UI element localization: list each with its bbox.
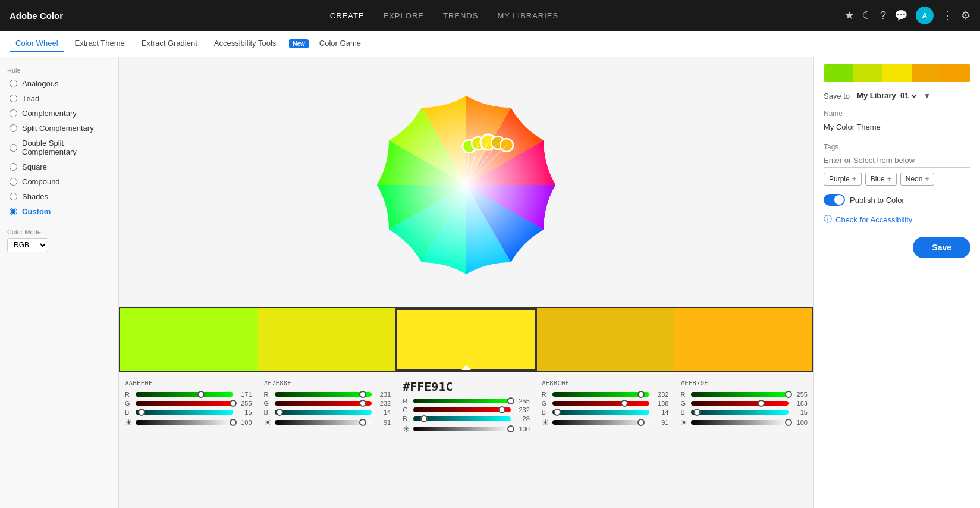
- star-icon[interactable]: ★: [844, 9, 854, 22]
- toggle-knob: [834, 195, 844, 205]
- rule-shades-label: Shades: [22, 192, 48, 201]
- color-mode-label: Color Mode: [7, 228, 111, 236]
- color-wheel[interactable]: [365, 84, 567, 286]
- theme-preview-4: [912, 64, 941, 82]
- hex-2: #E7E80E: [264, 380, 391, 387]
- rule-analogous[interactable]: Analogous: [7, 76, 111, 91]
- nav-explore[interactable]: EXPLORE: [384, 11, 424, 20]
- subnav-color-game[interactable]: Color Game: [313, 35, 367, 52]
- rule-complementary-radio[interactable]: [10, 109, 17, 117]
- help-icon[interactable]: ?: [880, 10, 886, 22]
- rule-compound[interactable]: Compound: [7, 174, 111, 189]
- subnav-extract-theme[interactable]: Extract Theme: [69, 35, 131, 52]
- apps-icon[interactable]: ⋮: [942, 9, 953, 22]
- slider-bright-2: ☀ 91: [264, 418, 391, 427]
- hex-1: #ABFF0F: [125, 380, 252, 387]
- sub-nav: Color Wheel Extract Theme Extract Gradie…: [0, 31, 980, 57]
- wheel-area: [119, 57, 813, 307]
- rule-compound-radio[interactable]: [10, 178, 17, 186]
- rule-custom-label: Custom: [22, 207, 51, 216]
- rule-triad-radio[interactable]: [10, 95, 17, 102]
- rule-complementary[interactable]: Complementary: [7, 106, 111, 121]
- theme-preview-1: [824, 64, 853, 82]
- swatch-3-selected[interactable]: [395, 308, 537, 371]
- rule-double-label: Double Split Complementary: [22, 139, 109, 156]
- rule-square-radio[interactable]: [10, 163, 17, 171]
- nav-trends[interactable]: TRENDS: [443, 11, 478, 20]
- color-mode-select[interactable]: RGB HSB CMYK Lab Hex: [7, 238, 48, 252]
- subnav-extract-gradient[interactable]: Extract Gradient: [136, 35, 203, 52]
- publish-toggle[interactable]: [824, 194, 845, 206]
- slider-g-4: G 188: [542, 400, 669, 407]
- slider-g-2: G 232: [264, 400, 391, 407]
- save-to-select[interactable]: My Library_01: [855, 90, 919, 101]
- rule-custom-radio[interactable]: [10, 208, 17, 215]
- tag-blue[interactable]: Blue +: [865, 173, 897, 186]
- nav-icons: ★ ☾ ? 💬 A ⋮ ⚙: [844, 7, 970, 24]
- slider-r-2: R 231: [264, 391, 391, 398]
- slider-b-4: B 14: [542, 409, 669, 416]
- tags-input[interactable]: [824, 153, 970, 168]
- tag-neon[interactable]: Neon +: [900, 173, 935, 186]
- theme-preview-bar: [824, 64, 970, 82]
- rule-analogous-label: Analogous: [22, 79, 58, 88]
- theme-preview-2: [853, 64, 882, 82]
- sliders-section: #ABFF0F R 171 G 255 B: [119, 372, 813, 508]
- color-wheel-container[interactable]: [365, 84, 567, 286]
- moon-icon[interactable]: ☾: [862, 9, 872, 22]
- tag-neon-plus[interactable]: +: [925, 175, 929, 183]
- swatch-4[interactable]: [537, 308, 675, 371]
- rule-triad[interactable]: Triad: [7, 91, 111, 106]
- slider-g-1: G 255: [125, 400, 252, 407]
- rule-custom[interactable]: Custom: [7, 204, 111, 219]
- swatch-5[interactable]: [674, 308, 812, 371]
- hex-5: #FFB70F: [680, 380, 808, 387]
- rule-shades-radio[interactable]: [10, 193, 17, 200]
- publish-label: Publish to Color: [850, 196, 904, 205]
- nav-links: CREATE EXPLORE TRENDS MY LIBRARIES: [330, 11, 558, 20]
- rule-split-label: Split Complementary: [22, 124, 94, 133]
- right-panel: Save to My Library_01 ▼ Name Tags Purple…: [813, 57, 980, 508]
- chevron-down-icon: ▼: [924, 92, 931, 100]
- avatar[interactable]: A: [916, 7, 934, 24]
- slider-b-5: B 15: [680, 409, 808, 416]
- publish-row: Publish to Color: [824, 194, 970, 206]
- save-to-label: Save to: [824, 92, 850, 101]
- tag-purple-plus[interactable]: +: [852, 175, 856, 183]
- harmony-rule-list: Analogous Triad Complementary Split Comp…: [7, 76, 111, 219]
- swatch-1[interactable]: [120, 308, 258, 371]
- new-badge: New: [289, 39, 309, 48]
- slider-col-3: #FFE91C R 255 G 232 B: [397, 377, 536, 503]
- main-layout: Rule Analogous Triad Complementary Split…: [0, 57, 980, 508]
- color-mode-section: Color Mode RGB HSB CMYK Lab Hex: [7, 228, 111, 252]
- rule-split-radio[interactable]: [10, 124, 17, 132]
- nav-create[interactable]: CREATE: [330, 11, 365, 20]
- name-input[interactable]: [824, 120, 970, 134]
- rule-shades[interactable]: Shades: [7, 189, 111, 204]
- slider-bright-3: ☀ 100: [403, 424, 530, 434]
- save-button[interactable]: Save: [913, 237, 970, 258]
- rule-square[interactable]: Square: [7, 159, 111, 174]
- subnav-accessibility[interactable]: Accessibility Tools: [208, 35, 282, 52]
- color-swatches-strip: [119, 307, 813, 372]
- subnav-color-wheel[interactable]: Color Wheel: [10, 35, 64, 52]
- app-logo: Adobe Color: [10, 11, 63, 21]
- tag-purple[interactable]: Purple +: [824, 173, 862, 186]
- chat-icon[interactable]: 💬: [894, 9, 907, 22]
- settings-icon[interactable]: ⚙: [961, 9, 970, 22]
- slider-col-1: #ABFF0F R 171 G 255 B: [119, 377, 258, 503]
- info-icon: ⓘ: [824, 214, 832, 225]
- tag-blue-plus[interactable]: +: [887, 175, 891, 183]
- hex-4: #E8BC0E: [542, 380, 669, 387]
- slider-r-4: R 232: [542, 391, 669, 398]
- rule-double-split[interactable]: Double Split Complementary: [7, 136, 111, 159]
- nav-libraries[interactable]: MY LIBRARIES: [497, 11, 558, 20]
- left-sidebar: Rule Analogous Triad Complementary Split…: [0, 57, 119, 508]
- top-nav: Adobe Color CREATE EXPLORE TRENDS MY LIB…: [0, 0, 980, 31]
- rule-double-radio[interactable]: [10, 144, 17, 152]
- rule-analogous-radio[interactable]: [10, 80, 17, 87]
- rule-split-complementary[interactable]: Split Complementary: [7, 121, 111, 136]
- rule-complementary-label: Complementary: [22, 109, 77, 118]
- swatch-2[interactable]: [258, 308, 396, 371]
- accessibility-link[interactable]: Check for Accessibility: [835, 215, 912, 224]
